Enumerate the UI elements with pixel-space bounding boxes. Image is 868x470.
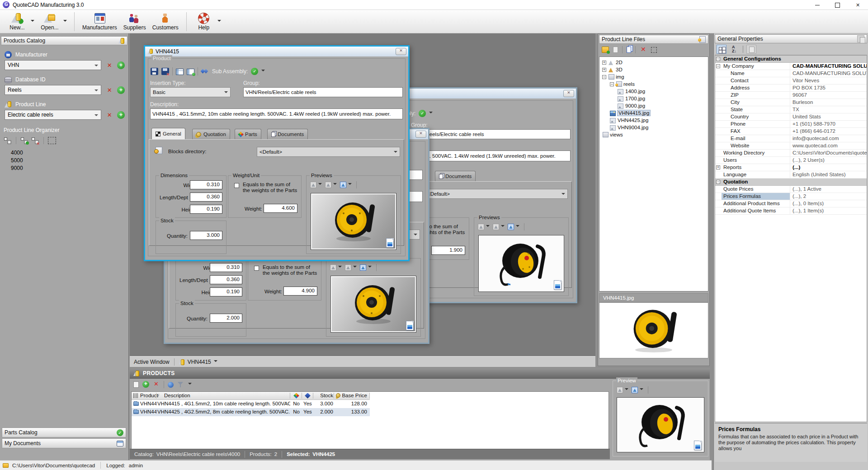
list-view-icon[interactable] [176, 69, 184, 75]
tree-item[interactable]: views [599, 131, 708, 138]
select-icon[interactable] [651, 47, 657, 53]
property-row[interactable]: Additional Quote Items (...), 1 Item(s) [715, 207, 867, 215]
tree-item[interactable]: VHN9004.jpg [599, 124, 708, 131]
insertion-type-combo[interactable]: Basic [150, 87, 231, 97]
length-field[interactable]: 0.360 [190, 193, 222, 202]
property-row[interactable]: State TX [715, 106, 867, 113]
property-row[interactable]: Phone +1 (501) 588-7970 [715, 121, 867, 128]
close-icon[interactable] [415, 131, 426, 138]
new-product-icon[interactable] [133, 381, 139, 388]
property-row[interactable]: Users (...), 2 User(s) [715, 157, 867, 164]
maximize-icon[interactable] [827, 0, 848, 10]
preview-3d-icon[interactable] [345, 264, 351, 271]
length-field[interactable]: 0.360 [210, 275, 242, 284]
property-row[interactable]: FAX +1 (866) 646-0172 [715, 128, 867, 135]
height-field[interactable]: 0.190 [190, 205, 222, 214]
field-combo[interactable]: Electric cable reels [5, 110, 101, 120]
preview-image-icon[interactable] [340, 182, 346, 188]
blocks-directory-combo[interactable]: <Default> [425, 189, 568, 199]
column-base-price[interactable]: Base Price [334, 393, 367, 398]
tab-documents[interactable]: Documents [435, 171, 476, 181]
dropdown-caret-icon[interactable] [31, 20, 34, 24]
group-field[interactable]: VHN/Reels/Electric cable reels [411, 129, 571, 139]
quantity-field[interactable]: 3.000 [190, 231, 222, 240]
property-row[interactable]: Contact Vitor Neves [715, 77, 867, 85]
tree-item[interactable]: + 2D [599, 59, 708, 66]
weight-sum-checkbox[interactable] [254, 266, 259, 271]
organizer-tree-icon[interactable] [4, 137, 12, 144]
toolbar-button[interactable]: Customers [149, 11, 182, 33]
property-row[interactable]: ZIP 96067 [715, 92, 867, 99]
property-row[interactable]: Country United Stats [715, 113, 867, 121]
preview-2d-icon[interactable] [310, 182, 316, 188]
organizer-add-icon[interactable] [20, 137, 28, 144]
remove-icon[interactable]: ✕ [106, 112, 113, 118]
dropdown-caret-icon[interactable] [261, 70, 265, 73]
delete-icon[interactable] [640, 47, 647, 53]
tab-general[interactable]: General [151, 128, 185, 139]
remove-icon[interactable]: ✕ [106, 87, 113, 94]
filter-caret-icon[interactable] [188, 383, 192, 386]
dialog-titlebar[interactable]: VHN4415 [145, 47, 408, 56]
preview-2d-icon[interactable] [478, 224, 484, 230]
tree-item[interactable]: 4000 [11, 149, 128, 156]
weight-field[interactable]: 4.900 [283, 287, 317, 296]
preview-3d-icon[interactable] [325, 182, 331, 188]
property-row[interactable]: − My Company CAD-MANUFACTURING SOLUT [715, 63, 867, 70]
active-window-value[interactable]: VHN4415 [188, 359, 211, 365]
preview-2d-icon[interactable] [617, 387, 623, 393]
property-row[interactable]: − General Configurations [715, 56, 867, 63]
add-icon[interactable]: + [117, 86, 125, 94]
organizer-delete-icon[interactable] [31, 137, 39, 144]
property-row[interactable]: E-mail info@quotecad.com [715, 135, 867, 142]
dropdown-caret-icon[interactable] [217, 20, 221, 24]
property-pages-icon[interactable] [746, 45, 756, 54]
sort-az-icon[interactable] [730, 45, 740, 54]
add-icon[interactable]: + [117, 61, 125, 69]
remove-icon[interactable]: ✕ [106, 62, 113, 69]
tab-quotation[interactable]: Quotation [192, 129, 230, 139]
property-row[interactable]: Quote Prices (...), 1 Active [715, 186, 867, 193]
width-field[interactable]: 0.310 [190, 180, 222, 189]
field-combo[interactable]: Reels [5, 85, 101, 95]
product-row[interactable]: VHN4425 VHN4425 , 4G2.5mm2, 8m cable ree… [132, 408, 370, 416]
property-row[interactable]: − Quotation [715, 179, 867, 186]
dropdown-caret-icon[interactable] [214, 360, 217, 364]
quantity-field[interactable]: 2.000 [210, 314, 242, 323]
field-combo[interactable]: VHN [5, 60, 101, 70]
property-row[interactable]: Language English (United States) [715, 171, 867, 179]
height-field[interactable]: 0.190 [210, 287, 242, 296]
close-icon[interactable] [396, 48, 406, 55]
property-row[interactable]: Name CAD-MANUFACTURING SOLUTION [715, 70, 867, 77]
add-product-icon[interactable] [142, 381, 149, 388]
weight-field[interactable]: 4.600 [264, 204, 297, 213]
save-icon[interactable] [151, 68, 158, 75]
preview-image-icon[interactable] [632, 387, 638, 393]
tree-item[interactable]: 9000 [11, 164, 128, 172]
add-icon[interactable]: + [117, 111, 125, 119]
description-field[interactable]: VHN4415 , 4G1.5mm2, 10m cable reeling le… [150, 108, 403, 119]
column-description[interactable]: Description [164, 393, 190, 398]
minimize-icon[interactable] [807, 0, 827, 10]
toolbar-button[interactable]: New... [5, 11, 30, 33]
delete-product-icon[interactable] [153, 381, 160, 388]
parts-catalog-bar[interactable]: Parts Catalog [1, 427, 127, 437]
tab-documents[interactable]: Documents [267, 129, 308, 139]
image-viewer-header[interactable]: VHN4415.jpg [599, 293, 708, 302]
my-documents-bar[interactable]: My Documents [1, 437, 127, 447]
property-row[interactable]: Address PO BOX 1735 [715, 85, 867, 92]
property-row[interactable]: City Burleson [715, 99, 867, 106]
weight-field[interactable]: 1.900 [431, 246, 465, 255]
toolbar-button[interactable]: Suppliers [120, 11, 149, 33]
tree-item[interactable]: 5000 [11, 156, 128, 164]
property-row[interactable]: Prices Formulas (...), 2 [715, 193, 867, 200]
copy-icon[interactable] [627, 47, 631, 53]
width-field[interactable]: 0.310 [210, 263, 242, 272]
weight-sum-checkbox[interactable] [234, 183, 239, 188]
subassembly-column-icon[interactable] [305, 393, 311, 399]
organizer-select-icon[interactable] [48, 137, 56, 144]
preview-2d-icon[interactable] [330, 264, 336, 271]
close-icon[interactable] [563, 90, 574, 97]
toolbar-button[interactable]: Open... [37, 11, 62, 33]
tree-item[interactable]: + 3D [599, 66, 708, 73]
